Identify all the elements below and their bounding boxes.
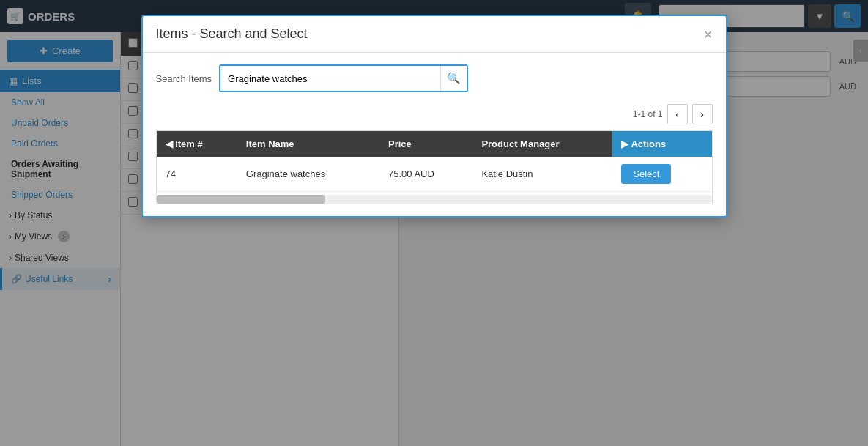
col-product-manager-header: Product Manager [472, 131, 612, 157]
modal-table: ◀ Item # Item Name Price Product Manager… [157, 131, 712, 192]
search-input-wrapper: 🔍 [219, 64, 468, 92]
product-manager-cell: Katie Dustin [472, 157, 612, 192]
pagination-info: 1-1 of 1 [633, 109, 663, 119]
pagination-next-button[interactable]: › [692, 104, 713, 124]
modal-close-button[interactable]: × [704, 27, 713, 42]
pagination-prev-button[interactable]: ‹ [667, 104, 688, 124]
modal-table-wrapper: ◀ Item # Item Name Price Product Manager… [156, 130, 713, 204]
col-actions-label: Actions [631, 138, 666, 149]
modal-body: Search Items 🔍 1-1 of 1 ‹ › [143, 53, 726, 216]
col-item-num-header: ◀ Item # [157, 131, 237, 157]
right-arrow-icon: ▶ [621, 138, 631, 149]
item-name-cell: Graginate watches [237, 157, 379, 192]
table-row: 74 Graginate watches 75.00 AUD Katie Dus… [157, 157, 712, 192]
search-label: Search Items [156, 73, 212, 84]
modal-table-head: ◀ Item # Item Name Price Product Manager… [157, 131, 712, 157]
modal-overlay: Items - Search and Select × Search Items… [0, 0, 868, 446]
pagination-row: 1-1 of 1 ‹ › [156, 104, 713, 124]
table-scrollbar[interactable] [157, 195, 712, 204]
col-item-name-header: Item Name [237, 131, 379, 157]
col-item-num-label: Item # [175, 138, 203, 149]
col-price-header: Price [379, 131, 472, 157]
modal-table-body: 74 Graginate watches 75.00 AUD Katie Dus… [157, 157, 712, 192]
search-row: Search Items 🔍 [156, 64, 713, 92]
modal-title: Items - Search and Select [156, 26, 308, 42]
item-num-cell: 74 [157, 157, 237, 192]
left-arrow-icon: ◀ [166, 138, 176, 149]
search-input[interactable] [220, 66, 440, 91]
price-cell: 75.00 AUD [379, 157, 472, 192]
select-button[interactable]: Select [621, 164, 671, 184]
action-cell: Select [612, 157, 711, 192]
search-select-modal: Items - Search and Select × Search Items… [141, 15, 727, 218]
modal-header: Items - Search and Select × [143, 16, 726, 53]
search-button[interactable]: 🔍 [440, 66, 467, 91]
col-actions-header: ▶ Actions [612, 131, 711, 157]
